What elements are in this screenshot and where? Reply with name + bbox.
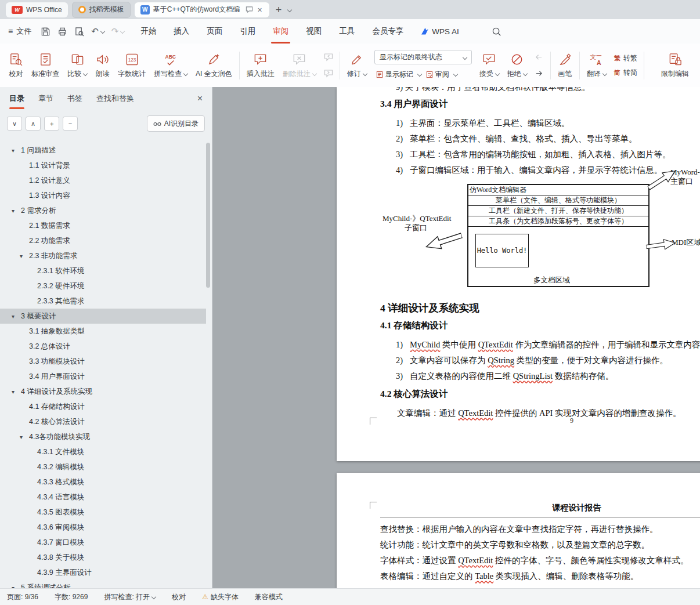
previous-comment-button[interactable] — [322, 51, 335, 63]
toc-item[interactable]: ▾5 系统调试分析 — [0, 580, 206, 589]
to-traditional-button[interactable]: 繁 转繁 — [614, 52, 637, 64]
save-button[interactable] — [41, 27, 50, 37]
collapse-caret-icon[interactable]: ▾ — [12, 313, 21, 320]
collapse-caret-icon[interactable]: ▾ — [12, 389, 21, 395]
collapse-caret-icon[interactable]: ▾ — [20, 434, 29, 440]
toc-item[interactable]: 4.3.6 审阅模块 — [0, 520, 206, 535]
toc-item[interactable]: 4.3.1 文件模块 — [0, 444, 206, 459]
toc-item[interactable]: ▾4.3各功能模块实现 — [0, 429, 206, 444]
tab-view[interactable]: 视图 — [306, 19, 322, 44]
word-count-indicator[interactable]: 字数: 9269 — [55, 592, 88, 602]
tab-wps-ai[interactable]: WPS AI — [421, 19, 459, 44]
toc-item[interactable]: 4.3.7 窗口模块 — [0, 535, 206, 550]
read-aloud-button[interactable]: 朗读 — [91, 48, 114, 84]
tab-home[interactable]: 开始 — [140, 19, 156, 44]
sidebar-scrollbar[interactable] — [206, 143, 210, 288]
toc-item[interactable]: 4.3.3 格式模块 — [0, 474, 206, 490]
reviewers-button[interactable]: 审阅 — [424, 68, 472, 81]
next-comment-button[interactable] — [322, 67, 335, 79]
zoom-in-button[interactable]: ＋ — [44, 117, 59, 131]
close-tab-icon[interactable]: × — [257, 5, 264, 15]
markup-state-select[interactable]: 显示标记的最终状态 — [374, 50, 472, 64]
zoom-out-button[interactable]: − — [63, 117, 78, 131]
document-page-10[interactable]: 课程设计报告 查找替换：根据用户输入的内容在文章中查找指定字符，再进行替换操作。… — [337, 473, 700, 589]
toc-item[interactable]: 2.3.3 其他需求 — [0, 294, 206, 309]
proofread-button[interactable]: 校对 — [5, 48, 27, 84]
restrict-editing-button[interactable]: 限制编辑 — [657, 48, 693, 84]
standard-review-button[interactable]: 标准审查 — [27, 48, 63, 84]
document-page-9[interactable]: 9) 关于模块：用于查看帮助文档和软件版本等信息。 3.4 用户界面设计 主界面… — [337, 87, 700, 461]
track-changes-button[interactable]: 修订 — [343, 48, 371, 84]
undo-button[interactable]: ↶ — [91, 26, 104, 37]
toc-item[interactable]: ▾2.3 非功能需求 — [0, 248, 206, 263]
toc-item[interactable]: ▾3 概要设计 — [0, 309, 206, 324]
reject-button[interactable]: 拒绝 — [503, 48, 531, 84]
redo-button[interactable]: ↷ — [111, 26, 125, 37]
proofread-status[interactable]: 校对 — [172, 592, 186, 602]
toc-item[interactable]: ▾1 问题描述 — [0, 143, 206, 158]
toc-item[interactable]: 3.3 功能模块设计 — [0, 354, 206, 369]
print-button[interactable] — [57, 27, 67, 37]
ink-pen-button[interactable]: 画笔 — [554, 48, 576, 84]
tab-membership[interactable]: 会员专享 — [372, 19, 403, 44]
search-icon[interactable] — [492, 27, 501, 37]
collapse-caret-icon[interactable]: ▾ — [12, 208, 21, 214]
toc-item[interactable]: 4.3.5 图表模块 — [0, 505, 206, 520]
print-preview-button[interactable] — [74, 27, 84, 37]
translate-button[interactable]: 文A 翻译 — [583, 48, 611, 84]
toc-item[interactable]: 3.2 总体设计 — [0, 339, 206, 354]
wps-office-tab[interactable]: W WPS Office — [6, 2, 68, 17]
undo-chevron-icon[interactable] — [100, 29, 105, 34]
next-change-button[interactable] — [532, 67, 546, 79]
toc-item[interactable]: 1.3 设计内容 — [0, 188, 206, 203]
toc-item[interactable]: ▾4 详细设计及系统实现 — [0, 384, 206, 399]
toc-item[interactable]: 1.1 设计背景 — [0, 158, 206, 173]
tab-find-replace[interactable]: 查找和替换 — [96, 87, 134, 110]
document-tab[interactable]: W 基于C++QT的仿word文档编 × — [135, 2, 269, 17]
collapse-caret-icon[interactable]: ▾ — [12, 147, 21, 154]
toc-item[interactable]: 4.3.9 主界面设计 — [0, 565, 206, 580]
close-sidebar-icon[interactable]: × — [197, 93, 203, 104]
compare-button[interactable]: 比较 — [63, 48, 91, 84]
tab-page[interactable]: 页面 — [207, 19, 222, 44]
tab-toc[interactable]: 目录 — [9, 87, 24, 110]
spell-check-button[interactable]: ABC 拼写检查 — [150, 48, 192, 84]
spell-check-toggle[interactable]: 拼写检查: 打开 — [104, 592, 156, 602]
toc-item[interactable]: 2.2 功能需求 — [0, 233, 206, 248]
toc-item[interactable]: 4.2 核心算法设计 — [0, 414, 206, 429]
collapse-caret-icon[interactable]: ▾ — [20, 253, 29, 259]
expand-all-button[interactable]: ∨ — [7, 117, 22, 131]
tab-reference[interactable]: 引用 — [240, 19, 255, 44]
insert-comment-button[interactable]: 插入批注 — [243, 48, 279, 84]
toc-item[interactable]: 4.3.8 关于模块 — [0, 550, 206, 565]
toc-item[interactable]: ▾2 需求分析 — [0, 203, 206, 218]
collapse-all-button[interactable]: ∧ — [26, 117, 41, 131]
previous-change-button[interactable] — [532, 51, 546, 63]
tab-tools[interactable]: 工具 — [339, 19, 355, 44]
to-simplified-button[interactable]: 简 转简 — [614, 67, 637, 78]
word-count-button[interactable]: 123 字数统计 — [114, 48, 150, 84]
tab-bookmarks[interactable]: 书签 — [67, 87, 82, 110]
toc-item[interactable]: 2.3.2 硬件环境 — [0, 278, 206, 294]
tab-review[interactable]: 审阅 — [273, 19, 288, 44]
tab-list-chevron-icon[interactable] — [287, 7, 292, 12]
toc-item[interactable]: 4.1 存储结构设计 — [0, 399, 206, 414]
toc-item[interactable]: 3.4 用户界面设计 — [0, 369, 206, 384]
delete-comment-button[interactable]: 删除批注 — [279, 48, 320, 84]
compatibility-mode-indicator[interactable]: 兼容模式 — [255, 592, 283, 602]
file-menu-button[interactable]: ≡ 文件 — [8, 26, 31, 37]
toc-item[interactable]: 2.3.1 软件环境 — [0, 263, 206, 278]
toc-item[interactable]: 2.1 数据需求 — [0, 218, 206, 233]
missing-font-warning[interactable]: ⚠缺失字体 — [202, 592, 239, 602]
page-indicator[interactable]: 页面: 9/36 — [7, 592, 38, 602]
toc-item[interactable]: 4.3.4 语言模块 — [0, 490, 206, 505]
accept-button[interactable]: 接受 — [475, 48, 503, 84]
show-markup-button[interactable]: 显示标记 — [374, 68, 423, 81]
toc-item[interactable]: 1.2 设计意义 — [0, 173, 206, 188]
ai-catalog-button[interactable]: AI识别目录 — [147, 115, 205, 132]
toc-item[interactable]: 4.3.2 编辑模块 — [0, 459, 206, 474]
toc-item[interactable]: 3.1 抽象数据类型 — [0, 324, 206, 339]
tab-insert[interactable]: 插入 — [174, 19, 189, 44]
docer-template-tab[interactable]: 找稻壳模板 — [72, 2, 131, 18]
new-tab-button[interactable]: + — [276, 5, 282, 15]
